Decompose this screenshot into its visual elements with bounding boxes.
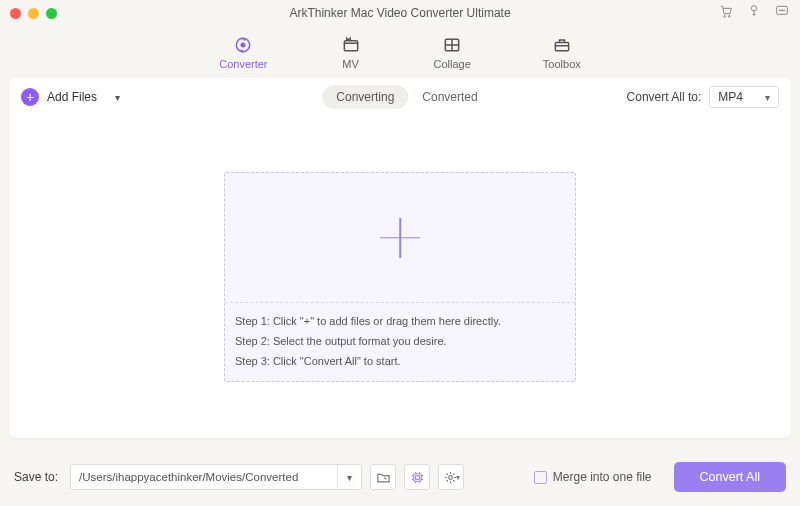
svg-point-2 [751, 6, 756, 11]
dropzone-add-area[interactable] [225, 173, 575, 303]
dropzone-steps: Step 1: Click "+" to add files or drag t… [225, 303, 575, 381]
nav-converter[interactable]: Converter [219, 35, 267, 70]
merge-checkbox[interactable]: Merge into one file [534, 470, 652, 484]
svg-point-14 [448, 475, 452, 479]
add-files-button[interactable]: + Add Files ▾ [21, 88, 120, 106]
toolbox-icon [551, 35, 573, 55]
chip-icon [410, 470, 425, 485]
cart-icon[interactable] [718, 3, 734, 23]
convert-all-to-label: Convert All to: [627, 90, 702, 104]
tab-converted[interactable]: Converted [422, 90, 477, 104]
svg-rect-11 [555, 42, 568, 50]
chevron-down-icon[interactable]: ▾ [337, 465, 361, 489]
svg-rect-12 [413, 473, 421, 481]
feedback-icon[interactable] [774, 3, 790, 23]
chevron-down-icon[interactable]: ▾ [115, 92, 120, 103]
convert-all-button[interactable]: Convert All [674, 462, 786, 492]
nav-label: MV [342, 58, 359, 70]
converter-icon [232, 35, 254, 55]
titlebar-right [718, 3, 790, 23]
app-title: ArkThinker Mac Video Converter Ultimate [0, 6, 800, 20]
tab-converting[interactable]: Converting [322, 85, 408, 109]
settings-button[interactable]: ▾ [438, 464, 464, 490]
save-to-label: Save to: [14, 470, 58, 484]
nav-label: Collage [434, 58, 471, 70]
svg-point-6 [783, 10, 784, 11]
gpu-accel-button[interactable] [404, 464, 430, 490]
nav-label: Converter [219, 58, 267, 70]
merge-label: Merge into one file [553, 470, 652, 484]
card-body: Step 1: Click "+" to add files or drag t… [9, 116, 791, 438]
convert-all-to: Convert All to: MP4 ▾ [627, 86, 779, 108]
card-toolbar: + Add Files ▾ Converting Converted Conve… [9, 78, 791, 116]
output-format-value: MP4 [718, 90, 743, 104]
nav-label: Toolbox [543, 58, 581, 70]
step-text: Step 3: Click "Convert All" to start. [235, 355, 565, 367]
svg-point-1 [728, 15, 730, 17]
folder-icon [376, 470, 391, 485]
chevron-down-icon: ▾ [765, 92, 770, 103]
step-text: Step 1: Click "+" to add files or drag t… [235, 315, 565, 327]
save-path-value: /Users/ihappyacethinker/Movies/Converted [71, 471, 337, 483]
top-nav: Converter MV Collage Toolbox [0, 26, 800, 78]
svg-point-4 [779, 10, 780, 11]
svg-point-8 [241, 42, 246, 47]
save-path-dropdown[interactable]: /Users/ihappyacethinker/Movies/Converted… [70, 464, 362, 490]
titlebar: ArkThinker Mac Video Converter Ultimate [0, 0, 800, 26]
add-files-label: Add Files [47, 90, 97, 104]
collage-icon [441, 35, 463, 55]
plus-icon: + [21, 88, 39, 106]
open-folder-button[interactable] [370, 464, 396, 490]
svg-rect-13 [415, 475, 419, 479]
status-segment: Converting Converted [322, 85, 477, 109]
nav-toolbox[interactable]: Toolbox [543, 35, 581, 70]
output-format-dropdown[interactable]: MP4 ▾ [709, 86, 779, 108]
svg-point-0 [724, 15, 726, 17]
nav-mv[interactable]: MV [340, 35, 362, 70]
svg-point-5 [781, 10, 782, 11]
dropzone[interactable]: Step 1: Click "+" to add files or drag t… [224, 172, 576, 382]
checkbox-icon [534, 471, 547, 484]
step-text: Step 2: Select the output format you des… [235, 335, 565, 347]
mv-icon [340, 35, 362, 55]
plus-icon [380, 218, 420, 258]
bottom-bar: Save to: /Users/ihappyacethinker/Movies/… [0, 448, 800, 506]
chevron-down-icon: ▾ [456, 473, 460, 482]
main-card: + Add Files ▾ Converting Converted Conve… [9, 78, 791, 438]
nav-collage[interactable]: Collage [434, 35, 471, 70]
key-icon[interactable] [746, 3, 762, 23]
svg-rect-9 [344, 40, 357, 50]
